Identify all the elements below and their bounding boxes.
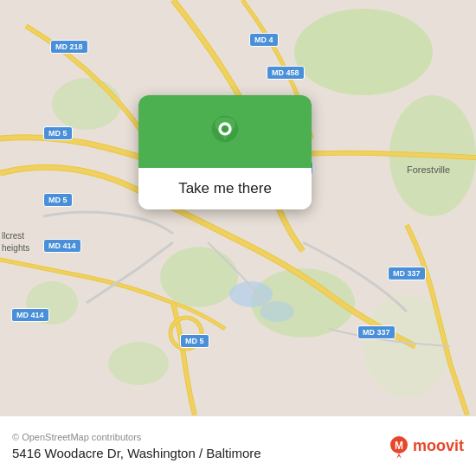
svg-point-1 [294,9,433,95]
take-me-there-button[interactable]: Take me there [138,168,312,209]
map-pin-icon [206,114,244,152]
svg-point-4 [160,247,238,307]
moovit-brand-text: moovit [413,437,464,455]
popup-icon-area [138,95,312,168]
svg-point-6 [108,342,169,385]
road-badge-md337-top: MD 337 [388,267,426,280]
road-badge-md4-top: MD 4 [249,33,279,47]
moovit-logo: M moovit [389,434,464,459]
road-badge-md5-bot: MD 5 [180,334,209,348]
svg-point-20 [222,125,228,132]
road-badge-md337-bot: MD 337 [357,325,396,339]
road-badge-md414-top: MD 414 [43,239,81,253]
svg-text:Forestville: Forestville [407,164,450,175]
svg-text:llcrest: llcrest [2,231,24,241]
road-badge-md218: MD 218 [50,40,88,54]
moovit-pin-icon: M [389,434,409,459]
location-popup: Take me there [138,95,312,209]
road-badge-md458: MD 458 [267,66,305,80]
road-badge-md5-top: MD 5 [43,126,73,140]
svg-point-5 [52,78,121,130]
bottom-bar: © OpenStreetMap contributors 5416 Woodac… [0,415,476,476]
road-badge-md5-mid: MD 5 [43,193,73,207]
svg-text:heights: heights [2,243,29,253]
road-badge-md414-bot: MD 414 [11,308,49,322]
map-container: Forestville llcrest heights MD 4 MD 218 … [0,0,476,415]
svg-text:M: M [395,440,403,452]
